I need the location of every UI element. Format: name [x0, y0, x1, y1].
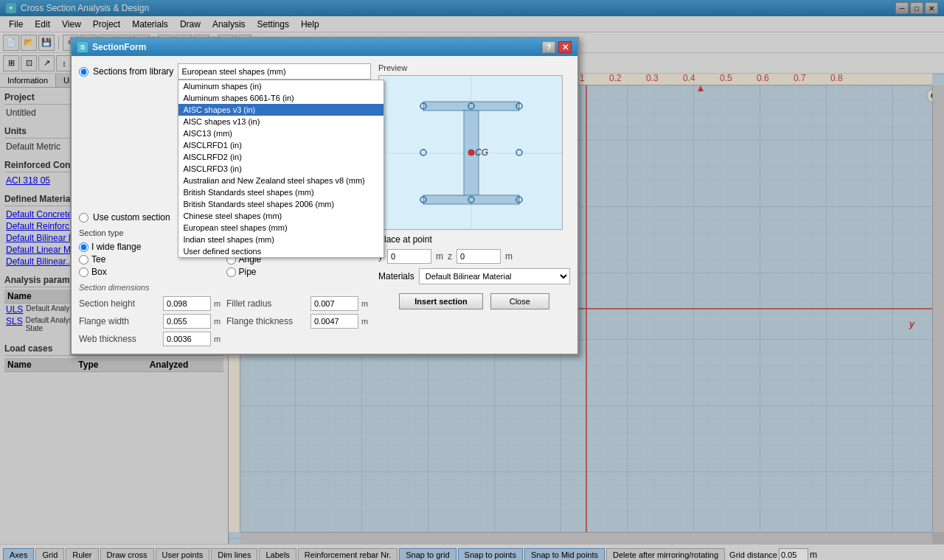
library-label: Sections from library: [93, 66, 173, 77]
section-form-dialog: S SectionForm ? ✕ Sections from library: [70, 37, 579, 355]
opt-chinese[interactable]: Chinese steel shapes (mm): [178, 210, 384, 222]
section-dims-container: Section dimensions Section height m Fill…: [79, 283, 371, 346]
dialog-body: Sections from library European steel sha…: [72, 56, 577, 354]
insert-section-btn[interactable]: Insert section: [399, 293, 483, 309]
label-flange-width: Flange width: [79, 316, 160, 326]
input-web-thickness[interactable]: [163, 332, 211, 346]
section-dims-title: Section dimensions: [79, 283, 371, 292]
opt-user-defined[interactable]: User defined sections: [178, 245, 384, 257]
opt-pipe: Pipe: [226, 267, 372, 277]
input-flange-thickness[interactable]: [310, 314, 358, 329]
dropdown-wrapper: European steel shapes (mm) Aluminum shap…: [178, 63, 371, 80]
library-select[interactable]: European steel shapes (mm): [178, 63, 371, 80]
dims-grid: Section height m Fillet radius m Flange …: [79, 296, 371, 346]
opt-aisclrfd3[interactable]: AISCLRFD3 (in): [178, 163, 384, 175]
dialog-overlay: S SectionForm ? ✕ Sections from library: [0, 0, 944, 560]
opt-aluminum-6061[interactable]: Aluminum shapes 6061-T6 (in): [178, 92, 384, 104]
library-dropdown-popup[interactable]: Aluminum shapes (in) Aluminum shapes 606…: [178, 80, 384, 258]
opt-aisclrfd1[interactable]: AISCLRFD1 (in): [178, 139, 384, 151]
label-tee: Tee: [91, 254, 105, 265]
custom-label: Use custom section: [93, 212, 170, 223]
input-flange-width[interactable]: [163, 314, 211, 329]
unit-flange-thickness: m: [361, 317, 368, 326]
dim-flange-thickness: Flange thickness m: [226, 314, 371, 329]
opt-aus-nz[interactable]: Australian and New Zealand steel shapes …: [178, 175, 384, 186]
library-dropdown-container: European steel shapes (mm) Aluminum shap…: [178, 63, 371, 80]
dialog-icon: S: [77, 42, 88, 52]
materials-row: Materials Default Bilinear Material: [378, 268, 570, 284]
coords-row: y m z m: [378, 249, 570, 264]
opt-aisc-v13[interactable]: AISC shapes v13 (in): [178, 116, 384, 127]
materials-label: Materials: [378, 271, 414, 281]
unit-web-thickness: m: [214, 335, 221, 343]
opt-box: Box: [79, 267, 224, 277]
dim-section-height: Section height m: [79, 296, 223, 311]
label-box: Box: [91, 267, 107, 277]
dialog-right-panel: Preview: [378, 63, 570, 346]
library-row: Sections from library European steel sha…: [79, 63, 371, 80]
custom-radio[interactable]: [79, 213, 88, 223]
unit-flange-width: m: [214, 317, 221, 326]
preview-label: Preview: [378, 63, 570, 72]
dialog-titlebar: S SectionForm ? ✕: [72, 38, 577, 56]
preview-area: CG: [378, 75, 563, 230]
label-fillet-radius: Fillet radius: [226, 298, 308, 309]
close-dialog-btn[interactable]: Close: [490, 293, 549, 309]
y-input[interactable]: [387, 249, 431, 264]
radio-i-wide[interactable]: [79, 242, 88, 252]
opt-aisc13-mm[interactable]: AISC13 (mm): [178, 127, 384, 139]
opt-indian[interactable]: Indian steel shapes (mm): [178, 234, 384, 245]
dialog-buttons: Insert section Close: [378, 293, 570, 309]
place-at-point-row: Place at point: [378, 234, 570, 245]
label-pipe: Pipe: [239, 267, 257, 277]
opt-aluminum[interactable]: Aluminum shapes (in): [178, 80, 384, 92]
label-section-height: Section height: [79, 298, 160, 309]
opt-british[interactable]: British Standards steel shapes (mm): [178, 186, 384, 198]
radio-pipe[interactable]: [226, 267, 236, 277]
y-unit: m: [436, 251, 443, 262]
ibeam-preview: CG: [379, 76, 563, 230]
opt-british-2006[interactable]: British Standards steel shapes 2006 (mm): [178, 198, 384, 210]
materials-dropdown-wrapper: Default Bilinear Material: [419, 268, 570, 284]
unit-fillet-radius: m: [361, 299, 368, 308]
opt-aisc-v3[interactable]: AISC shapes v3 (in): [178, 104, 384, 116]
input-section-height[interactable]: [163, 296, 211, 311]
label-i-wide: I wide flange: [91, 242, 141, 252]
radio-tee[interactable]: [79, 255, 88, 265]
z-unit: m: [505, 251, 513, 262]
input-fillet-radius[interactable]: [310, 296, 358, 311]
dim-web-thickness: Web thickness m: [79, 332, 223, 346]
library-radio[interactable]: [79, 67, 88, 77]
materials-select[interactable]: Default Bilinear Material: [419, 268, 570, 284]
dialog-close-icon[interactable]: ✕: [558, 41, 572, 53]
z-input[interactable]: [457, 249, 501, 264]
label-web-thickness: Web thickness: [79, 334, 160, 344]
dialog-help-btn[interactable]: ?: [542, 41, 555, 53]
z-label: z: [448, 251, 452, 262]
dialog-left-panel: Sections from library European steel sha…: [79, 63, 371, 346]
unit-section-height: m: [214, 299, 221, 308]
dim-flange-width: Flange width m: [79, 314, 223, 329]
svg-point-48: [468, 150, 474, 155]
opt-european[interactable]: European steel shapes (mm): [178, 222, 384, 234]
radio-box[interactable]: [79, 267, 88, 277]
svg-text:CG: CG: [475, 147, 488, 158]
label-flange-thickness: Flange thickness: [226, 316, 308, 326]
dim-fillet-radius: Fillet radius m: [226, 296, 371, 311]
dialog-title: SectionForm: [92, 42, 146, 52]
opt-aisclrfd2[interactable]: AISCLRFD2 (in): [178, 151, 384, 163]
place-label: Place at point: [378, 234, 432, 245]
